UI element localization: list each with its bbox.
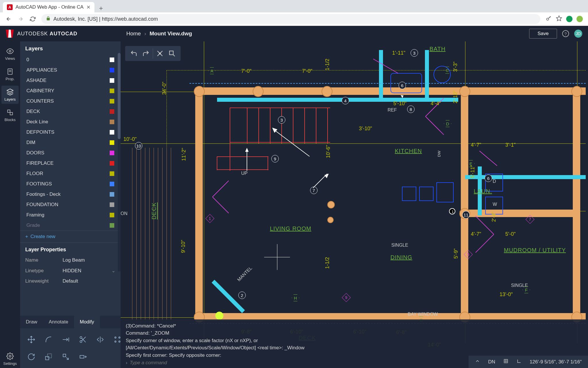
layer-name: Framing <box>26 212 44 218</box>
layer-row[interactable]: Deck Line <box>20 117 121 127</box>
breadcrumb-home[interactable]: Home <box>126 30 141 37</box>
layer-name: ASHADE <box>26 78 47 83</box>
undo-button[interactable] <box>129 48 139 59</box>
rail-blocks[interactable]: Blocks <box>1 106 19 124</box>
color-swatch[interactable] <box>110 171 114 176</box>
rail-views[interactable]: Views <box>1 45 19 63</box>
layer-row[interactable]: FLOOR <box>20 168 121 179</box>
stretch-tool-icon[interactable] <box>77 351 89 363</box>
svg-marker-1 <box>556 16 562 21</box>
layer-row[interactable]: DECK <box>20 106 121 117</box>
command-history-line: Specify corner of window, enter a scale … <box>126 337 583 344</box>
layer-row[interactable]: DEFPOINTS <box>20 127 121 137</box>
color-swatch[interactable] <box>110 213 114 217</box>
new-tab-button[interactable]: + <box>94 4 108 12</box>
color-swatch[interactable] <box>110 140 114 145</box>
color-swatch[interactable] <box>110 182 114 186</box>
url-field[interactable]: Autodesk, Inc. [US] | https://web.autoca… <box>41 14 540 24</box>
color-swatch[interactable] <box>110 109 114 114</box>
color-swatch[interactable] <box>110 202 114 207</box>
layer-row[interactable]: Framing <box>20 210 121 220</box>
reload-button[interactable] <box>29 16 36 22</box>
profile-avatar-1[interactable] <box>566 16 572 22</box>
ortho-icon[interactable] <box>517 359 522 365</box>
arc-tool-icon[interactable] <box>42 334 55 346</box>
label-bath: BATH <box>430 46 446 52</box>
color-swatch[interactable] <box>110 120 114 124</box>
rotate-tool-icon[interactable] <box>25 351 37 363</box>
browser-tab[interactable]: A AutoCAD Web App - Online CA ✕ <box>3 2 94 12</box>
layer-row[interactable]: FIREPLACE <box>20 158 121 168</box>
close-tab-icon[interactable]: ✕ <box>86 4 90 10</box>
color-swatch[interactable] <box>110 89 114 93</box>
explode-tool-icon[interactable] <box>60 351 72 363</box>
layer-row[interactable]: FOOTINGS <box>20 179 121 189</box>
layer-row[interactable]: ASHADE <box>20 75 121 86</box>
save-button[interactable]: Save <box>529 29 557 39</box>
browser-chrome: A AutoCAD Web App - Online CA ✕ + Autode… <box>0 0 588 26</box>
move-tool-icon[interactable] <box>25 334 37 346</box>
lock-icon <box>46 16 51 22</box>
grid-snap-icon[interactable] <box>503 359 508 365</box>
expand-icon[interactable] <box>475 359 480 365</box>
scrollbar-thumb[interactable] <box>118 53 121 139</box>
layer-row[interactable]: APPLIANCES <box>20 65 121 75</box>
color-swatch[interactable] <box>110 151 114 155</box>
layer-row[interactable]: Footings - Deck <box>20 189 121 200</box>
layer-row[interactable]: 0 <box>20 55 121 65</box>
color-swatch[interactable] <box>110 130 114 135</box>
prop-lineweight-value[interactable]: Default <box>63 278 115 284</box>
layer-name: DOORS <box>26 150 44 156</box>
osnap-button[interactable] <box>155 48 165 59</box>
profile-avatar-2[interactable] <box>577 16 583 22</box>
svg-point-20 <box>115 341 116 342</box>
eye-icon <box>6 47 14 55</box>
layer-name: Grade <box>26 223 40 228</box>
layer-row[interactable]: FOUNDATION <box>20 200 121 210</box>
layer-row[interactable]: CABINETRY <box>20 86 121 96</box>
layer-row[interactable]: COUNTERS <box>20 96 121 106</box>
user-avatar[interactable]: JD <box>574 30 582 38</box>
color-swatch[interactable] <box>110 223 114 228</box>
star-icon[interactable] <box>556 15 562 23</box>
layer-name: FLOOR <box>26 171 43 177</box>
back-button[interactable] <box>5 16 12 22</box>
svg-point-19 <box>119 337 120 338</box>
create-layer-button[interactable]: + Create new <box>20 231 121 242</box>
layer-row[interactable]: DIM <box>20 137 121 148</box>
redo-button[interactable] <box>141 48 151 59</box>
zoom-window-button[interactable] <box>167 48 177 59</box>
color-swatch[interactable] <box>110 78 114 83</box>
forward-button[interactable] <box>17 16 24 22</box>
color-swatch[interactable] <box>110 57 114 62</box>
breadcrumb-file[interactable]: Mount View.dwg <box>150 30 192 37</box>
prop-name-value[interactable]: Log Beam <box>63 257 115 263</box>
layer-row[interactable]: DOORS <box>20 148 121 158</box>
prop-name-row: Name Log Beam <box>20 255 121 265</box>
rail-properties[interactable]: Prop. <box>1 65 19 83</box>
tab-annotate[interactable]: Annotate <box>43 316 74 328</box>
tab-title: AutoCAD Web App - Online CA <box>16 4 84 10</box>
offset-tool-icon[interactable] <box>60 334 72 346</box>
trim-tool-icon[interactable] <box>77 334 89 346</box>
mirror-tool-icon[interactable] <box>94 334 106 346</box>
color-swatch[interactable] <box>110 192 114 197</box>
rail-settings[interactable]: Settings <box>1 350 19 368</box>
layer-name: FOUNDATION <box>26 202 58 208</box>
color-swatch[interactable] <box>110 99 114 103</box>
help-icon[interactable]: ? <box>562 30 569 37</box>
leader-arrow-icon <box>272 128 312 159</box>
color-swatch[interactable] <box>110 68 114 72</box>
scale-tool-icon[interactable] <box>42 351 55 363</box>
key-icon[interactable] <box>546 15 552 23</box>
color-swatch[interactable] <box>110 161 114 166</box>
layer-list: 0APPLIANCESASHADECABINETRYCOUNTERSDECKDe… <box>20 55 121 231</box>
layers-title: Layers <box>20 41 121 55</box>
rail-layers[interactable]: Layers <box>1 86 19 104</box>
tab-modify[interactable]: Modify <box>74 316 100 328</box>
layer-row[interactable]: Grade <box>20 220 121 231</box>
tab-draw[interactable]: Draw <box>20 316 43 328</box>
svg-rect-22 <box>46 356 49 360</box>
linetype-select[interactable]: HIDDEN ⌄ <box>63 268 115 274</box>
canvas[interactable]: BATH KITCHEN LIVING ROOM DINING LAUN. MU… <box>121 41 588 368</box>
